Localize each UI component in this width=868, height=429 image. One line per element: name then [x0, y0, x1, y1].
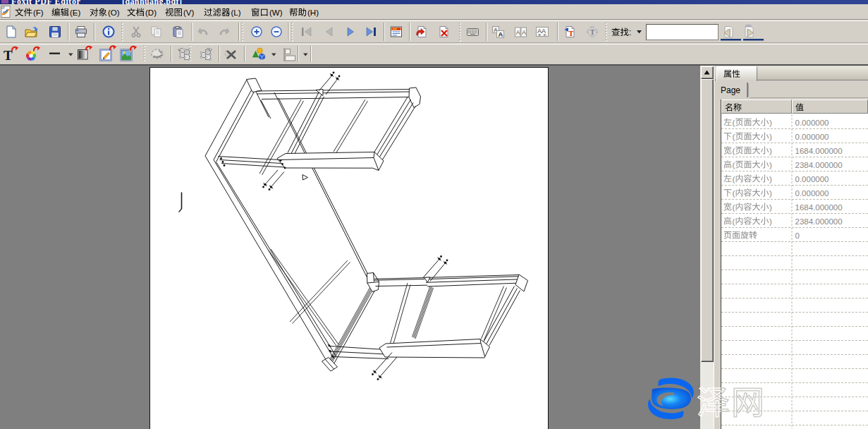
svg-text:(: (	[733, 217, 735, 226]
svg-text:0: 0	[795, 231, 800, 240]
svg-text:(D): (D)	[145, 8, 157, 17]
svg-text:): )	[769, 119, 772, 127]
svg-text:(E): (E)	[70, 8, 81, 17]
svg-text:2384.000000: 2384.000000	[795, 217, 843, 226]
svg-text:1684.000000: 1684.000000	[795, 147, 843, 155]
svg-text:(W): (W)	[269, 8, 283, 17]
svg-text:): )	[769, 203, 772, 212]
svg-text:(F): (F)	[33, 8, 44, 17]
svg-text:(O): (O)	[108, 8, 120, 17]
svg-text:(V): (V)	[183, 8, 195, 17]
svg-text:A: A	[499, 30, 503, 38]
svg-text:T: T	[590, 29, 595, 36]
svg-text:): )	[769, 217, 772, 226]
svg-text:0.000000: 0.000000	[795, 133, 829, 141]
svg-text:0.000000: 0.000000	[795, 175, 829, 183]
svg-text::: :	[629, 28, 631, 37]
svg-text:0.000000: 0.000000	[795, 189, 829, 198]
svg-text:(: (	[733, 119, 735, 127]
svg-text:Foxit PDF Editor: Foxit PDF Editor	[11, 0, 81, 6]
svg-text:): )	[769, 161, 772, 169]
svg-text:0.000000: 0.000000	[795, 119, 829, 127]
svg-text:(L): (L)	[231, 8, 241, 17]
svg-text:(: (	[733, 147, 735, 155]
svg-text:T: T	[569, 30, 574, 37]
svg-text:A: A	[516, 29, 520, 36]
svg-text:): )	[769, 175, 772, 183]
svg-text:1684.000000: 1684.000000	[795, 203, 843, 212]
svg-text:): )	[769, 147, 772, 155]
svg-text:(: (	[733, 161, 735, 169]
svg-text:(: (	[733, 133, 735, 141]
svg-text:(H): (H)	[307, 8, 319, 17]
svg-text:): )	[769, 133, 772, 141]
svg-text:(: (	[733, 175, 735, 183]
svg-text:(: (	[733, 189, 735, 198]
svg-text:AA: AA	[537, 28, 546, 35]
svg-text:[danhuang.pdf]: [danhuang.pdf]	[122, 0, 182, 6]
svg-text:Page: Page	[721, 85, 740, 95]
svg-text:2384.000000: 2384.000000	[795, 161, 843, 169]
svg-text:(: (	[733, 203, 735, 212]
svg-text:A: A	[522, 29, 526, 36]
svg-text:): )	[769, 189, 772, 198]
